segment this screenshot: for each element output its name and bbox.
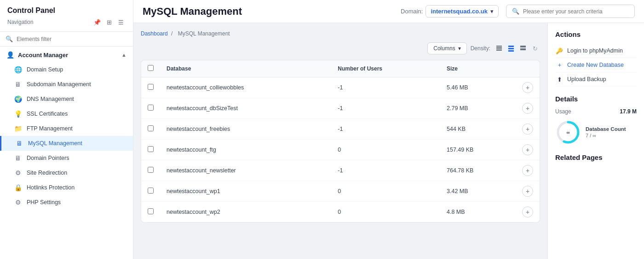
sidebar-item-php-settings[interactable]: ⚙ PHP Settings [0,195,133,210]
select-all-checkbox[interactable] [148,65,154,71]
num-users-cell: -1 [331,160,440,181]
row-checkbox-3[interactable] [148,146,154,152]
domain-dropdown[interactable]: internetsquad.co.uk ▾ [426,5,499,18]
page-title: MySQL Management [143,6,393,18]
subdomain-icon: 🖥 [14,81,22,88]
action-login-phpmyadmin[interactable]: 🔑 Login to phpMyAdmin [555,44,637,58]
elements-filter-input[interactable] [17,36,127,42]
sidebar-item-label: DNS Management [27,96,74,102]
search-input[interactable] [523,8,629,15]
sidebar-item-ftp-management[interactable]: 📁 FTP Management [0,121,133,136]
search-bar[interactable]: 🔍 [506,5,635,18]
size-cell: 3.42 MB [440,181,516,202]
action-create-new-database[interactable]: ＋ Create New Database [555,58,637,72]
size-cell: 5.46 MB [440,77,516,98]
pin-icon[interactable]: 📌 [92,18,102,27]
density-icons: ↻ [494,43,540,53]
svg-rect-7 [520,46,526,47]
table-row: newtestaccount_newsletter -1 764.78 KB + [141,160,540,181]
sidebar-item-site-redirection[interactable]: ⚙ Site Redirection [0,165,133,180]
account-manager-header[interactable]: 👤 Account Manager ▲ [0,47,133,62]
density-loose-icon[interactable] [518,43,528,53]
size-cell: 544 KB [440,119,516,140]
grid-icon[interactable]: ⊞ [104,18,114,27]
table-row: newtestaccount_wp1 0 3.42 MB + [141,181,540,202]
density-compact-icon[interactable] [494,43,504,53]
breadcrumb-dashboard[interactable]: Dashboard [141,30,168,37]
sidebar-item-domain-setup[interactable]: 🌐 Domain Setup [0,62,133,77]
db-name-cell: newtestaccount_colliewobbles [160,77,331,98]
sidebar-item-ssl-certificates[interactable]: 💡 SSL Certificates [0,106,133,121]
sidebar-search[interactable]: 🔍 [0,32,133,47]
sidebar-item-subdomain-management[interactable]: 🖥 Subdomain Management [0,77,133,92]
sidebar-content: 👤 Account Manager ▲ 🌐 Domain Setup 🖥 Sub… [0,47,133,259]
row-expand-button-6[interactable]: + [522,206,533,218]
sidebar-nav-label: Navigation [7,19,34,25]
row-checkbox-6[interactable] [148,208,154,214]
svg-rect-1 [496,47,502,48]
db-name-cell: newtestaccount_ftg [160,140,331,160]
row-expand-button-0[interactable]: + [522,82,533,93]
size-cell: 764.78 KB [440,160,516,181]
row-checkbox-4[interactable] [148,167,154,173]
svg-rect-2 [496,48,502,49]
domain-pointers-icon: 🖥 [14,154,22,162]
density-medium-icon[interactable] [506,43,516,53]
action-upload-backup[interactable]: ⬆ Upload Backup [555,72,637,87]
sidebar-item-hotlinks-protection[interactable]: 🔒 Hotlinks Protection [0,180,133,195]
sidebar-item-mysql-management[interactable]: 🖥 MySQL Management [0,136,133,151]
content-area: Dashboard / MySQL Management Columns ▾ D… [133,23,644,259]
sidebar-item-domain-pointers[interactable]: 🖥 Domain Pointers [0,151,133,165]
row-expand-button-3[interactable]: + [522,144,533,155]
db-name-cell: newtestaccount_wp2 [160,202,331,223]
col-num-users: Number of Users [331,60,440,77]
sidebar-item-dns-management[interactable]: 🌍 DNS Management [0,92,133,106]
right-panel: Actions 🔑 Login to phpMyAdmin ＋ Create N… [547,23,644,259]
row-checkbox-0[interactable] [148,84,154,90]
search-icon: 🔍 [512,8,519,15]
row-checkbox-5[interactable] [148,188,154,194]
ftp-icon: 📁 [14,125,22,132]
breadcrumb: Dashboard / MySQL Management [141,30,540,37]
sidebar-item-label: FTP Management [27,125,73,132]
density-label: Density: [471,45,490,52]
svg-rect-0 [496,46,502,47]
svg-rect-8 [520,48,526,50]
sidebar: Control Panel Navigation 📌 ⊞ ☰ 🔍 👤 Accou… [0,0,133,259]
size-cell: 2.79 MB [440,98,516,119]
refresh-icon[interactable]: ↻ [530,43,540,53]
table-row: newtestaccount_dbSizeTest -1 2.79 MB + [141,98,540,119]
row-checkbox-1[interactable] [148,105,154,111]
db-name-cell: newtestaccount_newsletter [160,160,331,181]
col-database: Database [160,60,331,77]
breadcrumb-current: MySQL Management [178,30,230,37]
mysql-icon: 🖥 [15,140,23,147]
row-checkbox-2[interactable] [148,125,154,131]
row-expand-button-4[interactable]: + [522,165,533,176]
chevron-up-icon: ▲ [121,52,126,58]
key-icon: 🔑 [555,47,564,55]
action-label: Create New Database [567,62,624,68]
num-users-cell: -1 [331,77,440,98]
sidebar-section-account-manager: 👤 Account Manager ▲ 🌐 Domain Setup 🖥 Sub… [0,47,133,210]
columns-button[interactable]: Columns ▾ [427,42,466,54]
top-bar: MySQL Management Domain: internetsquad.c… [133,0,644,23]
db-count-info: Database Count 7 / ∞ [586,126,626,138]
action-label: Upload Backup [567,76,606,82]
sidebar-item-label: Domain Pointers [27,155,69,161]
search-icon: 🔍 [6,35,13,42]
table-row: newtestaccount_wp2 0 4.8 MB + [141,202,540,223]
db-count-sub: 7 / ∞ [586,133,626,138]
db-name-cell: newtestaccount_freebies [160,119,331,140]
row-expand-button-5[interactable]: + [522,186,533,197]
svg-rect-5 [508,48,514,49]
usage-value: 17.9 M [620,108,637,115]
sidebar-item-label: Hotlinks Protection [27,184,75,191]
row-expand-button-1[interactable]: + [522,103,533,114]
svg-rect-3 [496,50,502,51]
actions-title: Actions [555,30,637,38]
upload-icon: ⬆ [555,75,564,83]
num-users-cell: -1 [331,98,440,119]
list-icon[interactable]: ☰ [116,18,126,27]
row-expand-button-2[interactable]: + [522,124,533,135]
